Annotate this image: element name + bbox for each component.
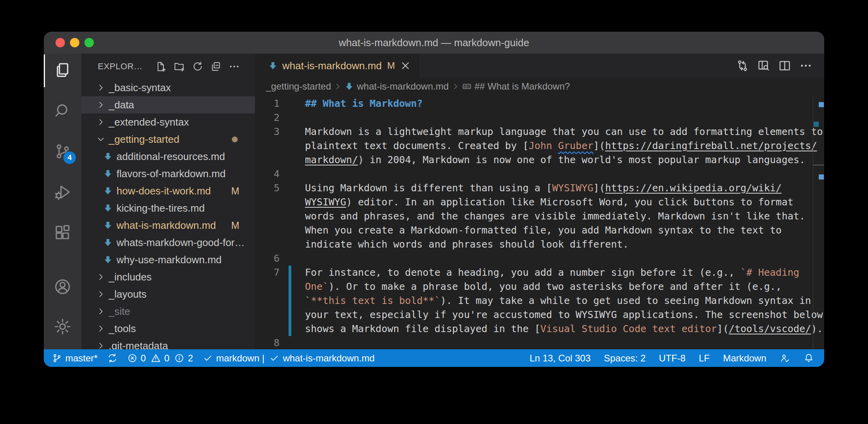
breadcrumb-separator-icon — [451, 82, 460, 91]
line-number: 3 — [255, 125, 280, 139]
close-tab-button[interactable] — [400, 60, 411, 72]
editor[interactable]: 1## What is Markdown?23Markdown is a lig… — [255, 95, 824, 349]
activity-item-accounts[interactable] — [53, 277, 72, 296]
status-item-markdownlint-status[interactable]: markdown | — [203, 349, 265, 367]
code-segment: /tools/vscode/ — [729, 323, 811, 334]
modified-line-indicator — [289, 322, 291, 336]
line-number — [255, 209, 280, 223]
code-row-0[interactable]: 1## What is Markdown? — [255, 97, 824, 111]
status-item-eol[interactable]: LF — [699, 349, 710, 367]
tree-item-how-does-it-work-md[interactable]: how-does-it-work.mdM — [81, 182, 255, 199]
tree-item-extended-syntax[interactable]: _extended-syntax — [81, 113, 255, 131]
tree-item-getting-started[interactable]: _getting-started — [81, 131, 255, 148]
activity-item-search[interactable] — [53, 101, 72, 120]
status-item-language-mode[interactable]: Markdown — [723, 349, 766, 367]
status-item-sync-changes[interactable] — [107, 349, 118, 367]
sidebar-header: EXPLOR… — [81, 54, 255, 79]
more-actions-button[interactable] — [799, 59, 812, 72]
status-item-errors[interactable]: 0 — [127, 349, 146, 367]
overview-ruler[interactable] — [813, 95, 824, 349]
code-segment: ]( — [594, 140, 605, 151]
tree-item-label: how-does-it-work.md — [117, 185, 211, 197]
activity-item-run-and-debug[interactable] — [53, 183, 72, 201]
status-item-notifications[interactable] — [803, 349, 814, 367]
markdown-file-icon — [103, 203, 113, 213]
code-row-15[interactable]: your text, especially if you're accustom… — [255, 308, 824, 322]
line-number — [255, 280, 280, 294]
tree-item-what-is-markdown-md[interactable]: what-is-markdown.mdM — [81, 217, 255, 234]
tree-item-why-use-markdown-md[interactable]: why-use-markdown.md — [81, 251, 255, 268]
breadcrumb-item-0[interactable]: _getting-started — [266, 81, 331, 92]
code-row-9[interactable]: When you create a Markdown-formatted fil… — [255, 223, 824, 237]
tree-item-label: _basic-syntax — [109, 82, 171, 94]
open-changes-button[interactable] — [736, 59, 749, 72]
status-item-cursor-position[interactable]: Ln 13, Col 303 — [529, 349, 590, 367]
code-area[interactable]: 1## What is Markdown?23Markdown is a lig… — [255, 95, 824, 349]
tree-item-layouts[interactable]: _layouts — [81, 286, 255, 303]
code-row-11[interactable]: 6 — [255, 252, 824, 266]
code-row-1[interactable]: 2 — [255, 111, 824, 125]
code-row-13[interactable]: One`). Or to make a phrase bold, you add… — [255, 280, 824, 294]
tab-bar: what-is-markdown.md M — [255, 54, 824, 78]
split-editor-button[interactable] — [778, 59, 791, 72]
tree-item-basic-syntax[interactable]: _basic-syntax — [81, 79, 255, 96]
views-and-more-actions-button[interactable] — [228, 61, 240, 72]
activity-item-settings[interactable] — [53, 317, 72, 336]
tree-item-data[interactable]: _data — [81, 96, 255, 113]
tree-item-label: kicking-the-tires.md — [117, 202, 204, 214]
activity-item-extensions[interactable] — [53, 223, 72, 242]
code-segment: markdown/ — [305, 154, 358, 165]
code-row-6[interactable]: 5Using Markdown is different than using … — [255, 181, 824, 195]
new-folder-button[interactable] — [173, 61, 185, 72]
code-row-10[interactable]: indicate which words and phrases should … — [255, 237, 824, 252]
modified-line-indicator — [289, 308, 291, 322]
open-preview-button[interactable] — [757, 59, 770, 72]
status-item-infos[interactable]: 2 — [174, 349, 193, 367]
tree-item-includes[interactable]: _includes — [81, 268, 255, 286]
code-row-12[interactable]: 7For instance, to denote a heading, you … — [255, 266, 824, 280]
line-number — [255, 237, 280, 252]
code-row-14[interactable]: `**this text is bold**`). It may take a … — [255, 294, 824, 308]
chevron-right-icon — [96, 117, 106, 127]
activity-item-explorer[interactable] — [53, 61, 72, 80]
vscode-window: what-is-markdown.md — markdown-guide 4 E… — [44, 32, 824, 367]
overview-marker-info — [819, 174, 824, 180]
code-row-4[interactable]: markdown/) in 2004, Markdown is now one … — [255, 153, 824, 167]
breadcrumb-label: ## What is Markdown? — [475, 81, 570, 92]
collapse-folders-button[interactable] — [210, 61, 222, 72]
breadcrumb-item-1[interactable]: what-is-markdown.md — [344, 81, 449, 92]
tree-item-kicking-the-tires-md[interactable]: kicking-the-tires.md — [81, 199, 255, 217]
code-row-3[interactable]: plaintext text documents. Created by [Jo… — [255, 139, 824, 153]
modified-line-indicator — [289, 280, 291, 294]
code-row-17[interactable]: 8 — [255, 336, 824, 349]
new-file-button[interactable] — [155, 61, 167, 72]
tree-item-whats-markdown-good-for[interactable]: whats-markdown-good-for… — [81, 234, 255, 251]
refresh-explorer-button[interactable] — [192, 61, 203, 72]
chevron-right-icon — [96, 83, 106, 92]
tab-what-is-markdown[interactable]: what-is-markdown.md M — [255, 54, 419, 78]
markdown-file-icon — [103, 186, 113, 196]
status-item-feedback[interactable] — [780, 349, 790, 367]
status-item-encoding[interactable]: UTF-8 — [659, 349, 685, 367]
code-segment: WYSIWYG — [552, 182, 593, 194]
tree-item-additional-resources-md[interactable]: additional-resources.md — [81, 148, 255, 165]
tree-item-git-metadata[interactable]: .git-metadata — [81, 337, 255, 349]
status-item-file-check-status[interactable]: what-is-markdown.md — [269, 349, 375, 367]
status-item-warnings[interactable]: 0 — [151, 349, 169, 367]
code-text: For instance, to denote a heading, you a… — [280, 266, 799, 280]
status-item-label: 0 — [141, 353, 146, 364]
code-row-5[interactable]: 4 — [255, 167, 824, 181]
desktop-background: what-is-markdown.md — markdown-guide 4 E… — [0, 0, 868, 424]
code-row-16[interactable]: shows a Markdown file displayed in the [… — [255, 322, 824, 336]
status-item-git-branch[interactable]: master* — [52, 349, 98, 367]
code-segment: words and phrases, and the changes are v… — [305, 210, 805, 222]
breadcrumb-item-2[interactable]: abc## What is Markdown? — [462, 81, 570, 92]
code-row-7[interactable]: WYSIWYG) editor. In an application like … — [255, 195, 824, 209]
code-row-8[interactable]: words and phrases, and the changes are v… — [255, 209, 824, 223]
tree-item-tools[interactable]: _tools — [81, 320, 255, 337]
code-row-2[interactable]: 3Markdown is a lightweight markup langua… — [255, 125, 824, 139]
activity-item-source-control[interactable]: 4 — [53, 142, 72, 161]
status-item-indentation[interactable]: Spaces: 2 — [604, 349, 646, 367]
tree-item-site[interactable]: _site — [81, 303, 255, 320]
tree-item-flavors-of-markdown-md[interactable]: flavors-of-markdown.md — [81, 165, 255, 182]
